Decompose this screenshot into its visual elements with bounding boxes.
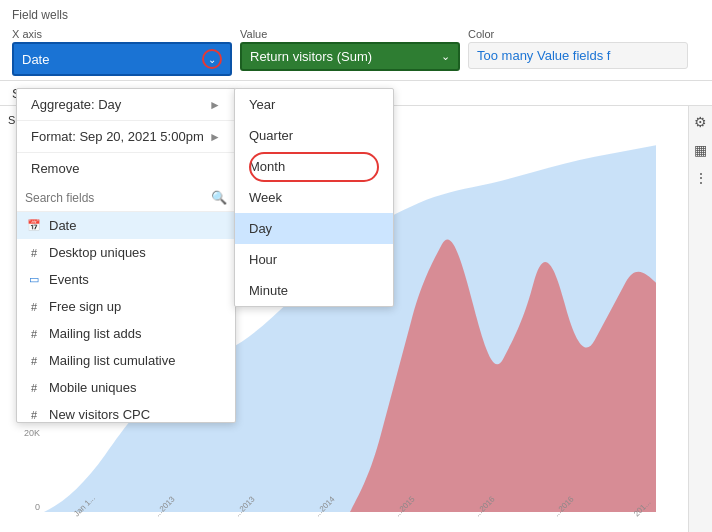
field-name: Mailing list cumulative — [49, 353, 175, 368]
color-pill[interactable]: Too many Value fields f — [468, 42, 688, 69]
submenu-item[interactable]: Day — [235, 213, 393, 244]
field-item[interactable]: 📅Date — [17, 212, 235, 239]
remove-item[interactable]: Remove — [17, 153, 235, 184]
fields-list: 📅Date#Desktop uniques▭Events#Free sign u… — [17, 212, 235, 422]
y-label-0: 0 — [35, 502, 40, 512]
value-well: Value Return visitors (Sum) ⌄ — [240, 28, 460, 71]
x-axis-pill[interactable]: Date ⌄ — [12, 42, 232, 76]
hash-icon: # — [27, 327, 41, 341]
submenu-item[interactable]: Week — [235, 182, 393, 213]
more-icon[interactable]: ⋮ — [694, 170, 708, 186]
value-chevron[interactable]: ⌄ — [441, 50, 450, 63]
field-item[interactable]: #Mailing list cumulative — [17, 347, 235, 374]
resize-icon[interactable]: ▦ — [694, 142, 707, 158]
x-axis-well: X axis Date ⌄ — [12, 28, 232, 76]
field-name: Mobile uniques — [49, 380, 136, 395]
field-name: Date — [49, 218, 76, 233]
color-well: Color Too many Value fields f — [468, 28, 688, 69]
month-highlight-circle — [249, 152, 379, 182]
color-title: Color — [468, 28, 688, 40]
aggregate-item[interactable]: Aggregate: Day ► — [17, 89, 235, 121]
hash-icon: # — [27, 408, 41, 422]
field-wells-label: Field wells — [12, 8, 700, 22]
aggregate-dropdown: Aggregate: Day ► Format: Sep 20, 2021 5:… — [16, 88, 236, 423]
value-title: Value — [240, 28, 460, 40]
field-name: Desktop uniques — [49, 245, 146, 260]
color-value: Too many Value fields f — [477, 48, 610, 63]
hash-icon: # — [27, 354, 41, 368]
field-item[interactable]: #Free sign up — [17, 293, 235, 320]
field-wells-row: X axis Date ⌄ Value Return visitors (Sum… — [12, 28, 700, 76]
field-name: New visitors CPC — [49, 407, 150, 422]
field-item[interactable]: #Mailing list adds — [17, 320, 235, 347]
calendar-icon: 📅 — [27, 219, 41, 233]
search-box-area: 🔍 — [17, 184, 235, 212]
search-fields-input[interactable] — [25, 191, 207, 205]
format-label: Format: Sep 20, 2021 5:00pm — [31, 129, 204, 144]
field-item[interactable]: ▭Events — [17, 266, 235, 293]
submenu-item[interactable]: Hour — [235, 244, 393, 275]
submenu-item[interactable]: Quarter — [235, 120, 393, 151]
aggregate-submenu: YearQuarterMonthWeekDayHourMinute — [234, 88, 394, 307]
rect-icon: ▭ — [27, 273, 41, 287]
aggregate-arrow-icon: ► — [209, 98, 221, 112]
field-item[interactable]: #Mobile uniques — [17, 374, 235, 401]
field-name: Events — [49, 272, 89, 287]
field-name: Free sign up — [49, 299, 121, 314]
right-panel: ⚙ ▦ ⋮ — [688, 106, 712, 532]
field-wells-section: Field wells X axis Date ⌄ Value Return v… — [0, 0, 712, 81]
field-item[interactable]: #Desktop uniques — [17, 239, 235, 266]
settings-icon[interactable]: ⚙ — [694, 114, 707, 130]
format-arrow-icon: ► — [209, 130, 221, 144]
aggregate-label: Aggregate: Day — [31, 97, 121, 112]
hash-icon: # — [27, 246, 41, 260]
value-pill[interactable]: Return visitors (Sum) ⌄ — [240, 42, 460, 71]
format-item[interactable]: Format: Sep 20, 2021 5:00pm ► — [17, 121, 235, 153]
y-label-20k: 20K — [24, 428, 40, 438]
hash-icon: # — [27, 381, 41, 395]
submenu-item[interactable]: Minute — [235, 275, 393, 306]
hash-icon: # — [27, 300, 41, 314]
x-axis-title: X axis — [12, 28, 232, 40]
field-item[interactable]: #New visitors CPC — [17, 401, 235, 422]
x-axis-value: Date — [22, 52, 49, 67]
remove-label: Remove — [31, 161, 79, 176]
x-axis-labels: Jan 1... ...2013 ...2013 ...2014 ...2015… — [44, 512, 680, 532]
submenu-item[interactable]: Year — [235, 89, 393, 120]
submenu-item[interactable]: Month — [235, 151, 393, 182]
search-icon: 🔍 — [211, 190, 227, 205]
x-axis-chevron[interactable]: ⌄ — [202, 49, 222, 69]
field-name: Mailing list adds — [49, 326, 142, 341]
value-value: Return visitors (Sum) — [250, 49, 372, 64]
